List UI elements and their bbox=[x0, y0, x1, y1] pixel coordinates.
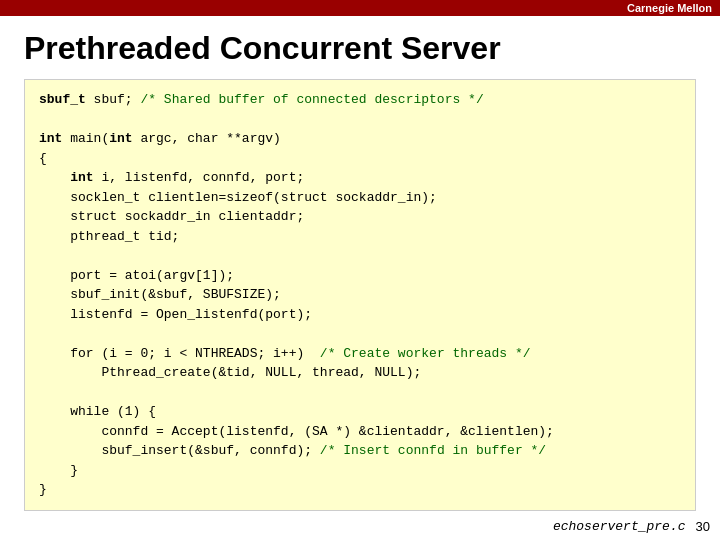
code-line-while-close: } bbox=[39, 461, 681, 481]
main-content: Prethreaded Concurrent Server sbuf_t sbu… bbox=[0, 16, 720, 521]
code-line-1: sbuf_t sbuf; /* Shared buffer of connect… bbox=[39, 90, 681, 110]
code-line-blank-1 bbox=[39, 110, 681, 130]
filename-label: echoservert_pre.c bbox=[553, 519, 686, 534]
code-line-sbuf-init: sbuf_init(&sbuf, SBUFSIZE); bbox=[39, 285, 681, 305]
code-line-pthread-create: Pthread_create(&tid, NULL, thread, NULL)… bbox=[39, 363, 681, 383]
code-line-blank-4 bbox=[39, 383, 681, 403]
code-line-while: while (1) { bbox=[39, 402, 681, 422]
code-line-brace-open: { bbox=[39, 149, 681, 169]
code-line-main: int main(int argc, char **argv) bbox=[39, 129, 681, 149]
top-bar: Carnegie Mellon bbox=[0, 0, 720, 16]
code-line-listen: listenfd = Open_listenfd(port); bbox=[39, 305, 681, 325]
code-line-struct: struct sockaddr_in clientaddr; bbox=[39, 207, 681, 227]
brand-label: Carnegie Mellon bbox=[627, 2, 712, 14]
code-block: sbuf_t sbuf; /* Shared buffer of connect… bbox=[24, 79, 696, 511]
code-line-sbuf-insert: sbuf_insert(&sbuf, connfd); /* Insert co… bbox=[39, 441, 681, 461]
code-line-for: for (i = 0; i < NTHREADS; i++) /* Create… bbox=[39, 344, 681, 364]
code-line-pthread: pthread_t tid; bbox=[39, 227, 681, 247]
code-line-accept: connfd = Accept(listenfd, (SA *) &client… bbox=[39, 422, 681, 442]
code-line-blank-3 bbox=[39, 324, 681, 344]
code-line-vars: int i, listenfd, connfd, port; bbox=[39, 168, 681, 188]
code-line-blank-2 bbox=[39, 246, 681, 266]
page-number: 30 bbox=[696, 519, 710, 534]
bottom-bar: echoservert_pre.c 30 bbox=[553, 519, 710, 534]
slide-title: Prethreaded Concurrent Server bbox=[24, 30, 696, 67]
code-line-main-close: } bbox=[39, 480, 681, 500]
code-line-port: port = atoi(argv[1]); bbox=[39, 266, 681, 286]
code-line-socklen: socklen_t clientlen=sizeof(struct sockad… bbox=[39, 188, 681, 208]
